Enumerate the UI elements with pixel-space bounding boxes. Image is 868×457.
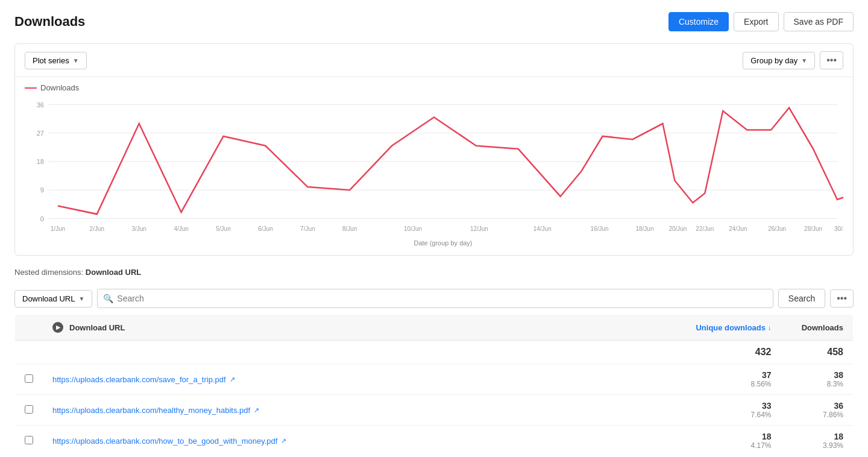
group-by-select[interactable]: Group by day ▼ — [743, 52, 815, 69]
td-unique: 37 8.56% — [685, 364, 781, 395]
svg-text:3/Jun: 3/Jun — [132, 225, 147, 232]
more-options-table-button[interactable]: ••• — [830, 289, 854, 307]
url-link[interactable]: https://uploads.clearbank.com/healthy_mo… — [52, 406, 675, 415]
search-icon: 🔍 — [103, 294, 113, 303]
svg-text:16/Jun: 16/Jun — [591, 225, 609, 232]
customize-button[interactable]: Customize — [668, 12, 729, 31]
td-url: https://uploads.clearbank.com/how_to_be_… — [43, 426, 685, 456]
more-options-button[interactable]: ••• — [820, 51, 843, 69]
td-downloads: 38 8.3% — [781, 364, 854, 395]
svg-text:18/Jun: 18/Jun — [636, 225, 654, 232]
page-header: Downloads Customize Export Save as PDF — [14, 12, 854, 31]
row-checkbox[interactable] — [25, 436, 33, 444]
chevron-down-icon: ▼ — [73, 57, 79, 64]
table-row: https://uploads.clearbank.com/save_for_a… — [15, 364, 854, 395]
external-link-icon: ↗ — [230, 376, 235, 383]
td-checkbox[interactable] — [15, 364, 43, 395]
play-icon: ▶ — [52, 322, 63, 333]
chart-section: Plot series ▼ Group by day ▼ ••• Downloa… — [14, 43, 854, 256]
svg-text:6/Jun: 6/Jun — [258, 225, 273, 232]
td-unique: 18 4.17% — [685, 426, 781, 456]
svg-text:36: 36 — [37, 101, 44, 108]
td-url: https://uploads.clearbank.com/save_for_a… — [43, 364, 685, 395]
td-downloads-total: 458 — [781, 341, 854, 364]
save-pdf-button[interactable]: Save as PDF — [784, 12, 854, 31]
td-unique-total: 432 — [685, 341, 781, 364]
svg-text:24/Jun: 24/Jun — [729, 225, 747, 232]
search-wrap: 🔍 — [97, 289, 773, 308]
td-url: https://uploads.clearbank.com/healthy_mo… — [43, 395, 685, 426]
search-button[interactable]: Search — [778, 289, 825, 308]
chart-toolbar-right: Group by day ▼ ••• — [743, 51, 843, 69]
svg-text:2/Jun: 2/Jun — [90, 225, 105, 232]
svg-text:26/Jun: 26/Jun — [768, 225, 786, 232]
chart-toolbar: Plot series ▼ Group by day ▼ ••• — [15, 44, 853, 77]
td-unique: 33 7.64% — [685, 395, 781, 426]
th-checkbox — [15, 315, 43, 341]
external-link-icon: ↗ — [254, 406, 259, 414]
table-row: https://uploads.clearbank.com/healthy_mo… — [15, 395, 854, 426]
chart-legend: Downloads — [15, 77, 853, 98]
chart-line — [58, 108, 843, 214]
data-table: ▶ Download URL Unique downloads ↓ Downlo… — [14, 314, 854, 456]
table-total-row: 432 458 — [15, 341, 854, 364]
svg-text:20/Jun: 20/Jun — [668, 225, 687, 232]
td-downloads: 36 7.86% — [781, 395, 854, 426]
export-button[interactable]: Export — [734, 12, 778, 31]
svg-text:27: 27 — [37, 130, 44, 137]
svg-text:14/Jun: 14/Jun — [533, 225, 552, 232]
sort-arrow-icon: ↓ — [768, 324, 772, 331]
svg-text:1/Jun: 1/Jun — [51, 225, 66, 232]
svg-text:7/Jun: 7/Jun — [300, 225, 315, 232]
th-unique-downloads[interactable]: Unique downloads ↓ — [685, 315, 781, 341]
svg-text:9: 9 — [40, 186, 44, 194]
external-link-icon: ↗ — [281, 437, 286, 445]
svg-text:Date (group by day): Date (group by day) — [414, 239, 472, 246]
page-title: Downloads — [14, 14, 85, 30]
chart-toolbar-left: Plot series ▼ — [25, 52, 87, 69]
url-link[interactable]: https://uploads.clearbank.com/save_for_a… — [52, 375, 675, 384]
td-checkbox[interactable] — [15, 395, 43, 426]
td-checkbox[interactable] — [15, 426, 43, 456]
td-url-total — [43, 341, 685, 364]
chart-svg: 36 27 18 9 0 1/Jun 2/Jun 3/Jun 4/Jun 5/J… — [25, 98, 843, 250]
svg-text:30/Jun: 30/Jun — [834, 225, 843, 232]
table-toolbar: Download URL ▼ 🔍 Search ••• — [14, 283, 854, 314]
legend-line-icon — [25, 87, 37, 89]
td-downloads: 18 3.93% — [781, 426, 854, 456]
table-row: https://uploads.clearbank.com/how_to_be_… — [15, 426, 854, 456]
unique-downloads-sort[interactable]: Unique downloads ↓ — [694, 323, 772, 332]
row-checkbox[interactable] — [25, 405, 33, 414]
chevron-down-icon: ▼ — [78, 295, 84, 302]
svg-text:0: 0 — [40, 215, 44, 222]
svg-text:5/Jun: 5/Jun — [216, 225, 231, 232]
chart-area: 36 27 18 9 0 1/Jun 2/Jun 3/Jun 4/Jun 5/J… — [15, 98, 853, 255]
search-input[interactable] — [97, 289, 773, 308]
svg-text:28/Jun: 28/Jun — [804, 225, 822, 232]
svg-text:10/Jun: 10/Jun — [404, 225, 422, 232]
svg-text:12/Jun: 12/Jun — [470, 225, 488, 232]
legend-label: Downloads — [40, 83, 79, 92]
th-downloads: Downloads — [781, 315, 854, 341]
dimension-select[interactable]: Download URL ▼ — [14, 290, 92, 307]
svg-text:18: 18 — [37, 158, 44, 165]
svg-text:4/Jun: 4/Jun — [174, 225, 189, 232]
svg-text:8/Jun: 8/Jun — [342, 225, 357, 232]
svg-text:22/Jun: 22/Jun — [696, 225, 714, 232]
table-header-row: ▶ Download URL Unique downloads ↓ Downlo… — [15, 315, 854, 341]
url-link[interactable]: https://uploads.clearbank.com/how_to_be_… — [52, 437, 675, 446]
td-check-total — [15, 341, 43, 364]
header-actions: Customize Export Save as PDF — [668, 12, 854, 31]
plot-series-select[interactable]: Plot series ▼ — [25, 52, 87, 69]
row-checkbox[interactable] — [25, 374, 33, 383]
th-url: ▶ Download URL — [43, 315, 685, 341]
chevron-down-icon: ▼ — [801, 57, 807, 64]
nested-dimensions-label: Nested dimensions: Download URL — [14, 268, 854, 277]
